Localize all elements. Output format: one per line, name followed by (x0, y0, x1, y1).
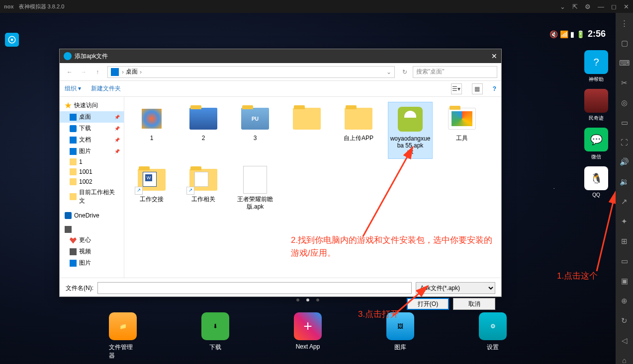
tool-folder-icon[interactable]: ▭ (620, 118, 630, 127)
sidebar-folder-1002[interactable]: 1002 (60, 177, 124, 187)
file-open-dialog: 添加apk文件 ✕ ← → ↑ › 桌面 › ⌄ ↻ 搜索"桌面" 组织 ▾ 新… (59, 49, 502, 297)
tool-location-icon[interactable]: ◎ (620, 98, 630, 107)
file-apk-selected[interactable]: woyaodangxueba 55.apk pk (388, 102, 433, 159)
filename-input[interactable] (97, 282, 412, 294)
breadcrumb-dropdown-icon[interactable]: ⌄ (386, 69, 391, 75)
search-placeholder: 搜索"桌面" (416, 68, 445, 76)
mute-icon: 🔇 (549, 30, 558, 38)
status-time: 2:56 (588, 29, 606, 39)
dock-next-app[interactable]: + Next App (294, 312, 322, 360)
file-folder-handover[interactable]: W↗ 工作交接 (129, 163, 174, 213)
dock-settings[interactable]: ⚙ 设置 (479, 312, 507, 360)
sidebar-documents[interactable]: 文档📌 (60, 134, 124, 146)
tool-shake-icon[interactable]: ✦ (620, 217, 630, 226)
breadcrumb[interactable]: › 桌面 › ⌄ (107, 66, 395, 78)
sidebar-pictures[interactable]: 图片📌 (60, 146, 124, 157)
dock-gallery[interactable]: 🖼 图库 (386, 312, 414, 360)
sidebar-folder-work[interactable]: 目前工作相关文 (60, 187, 124, 207)
maximize-icon[interactable]: ◻ (611, 3, 617, 10)
breadcrumb-text: 桌面 (126, 68, 138, 76)
new-folder-button[interactable]: 新建文件夹 (91, 84, 121, 93)
app-label: 民奇迹 (589, 115, 604, 122)
minimize-icon[interactable]: — (598, 3, 604, 10)
app-label: QQ (592, 192, 600, 198)
annotation-1: 1.点击这个 (557, 270, 598, 282)
view-list-icon[interactable]: ☰▾ (451, 83, 462, 94)
svg-point-1 (11, 39, 13, 41)
sidebar-gx[interactable]: 更心 (60, 234, 124, 246)
dialog-close-icon[interactable]: ✕ (491, 52, 497, 60)
nav-up-icon[interactable]: ↑ (91, 66, 103, 78)
svg-line-4 (597, 192, 616, 271)
tool-back-icon[interactable]: ◁ (620, 336, 630, 345)
dock-label: 下载 (209, 343, 221, 352)
file-folder-3[interactable]: PU 3 (233, 102, 277, 159)
tool-device-icon[interactable]: ▢ (620, 39, 630, 48)
nav-back-icon[interactable]: ← (64, 66, 76, 78)
app-qq[interactable]: 🐧 QQ (584, 166, 608, 198)
battery-icon: 🔋 (576, 30, 585, 38)
tool-scissors-icon[interactable]: ✂ (620, 78, 630, 87)
tool-rotate-icon[interactable]: ↻ (620, 316, 630, 325)
dock: 📁 文件管理器 ⬇ 下载 + Next App 🖼 图库 ⚙ 设置 (109, 312, 507, 360)
tool-share-icon[interactable]: ↗ (620, 197, 630, 206)
organize-menu[interactable]: 组织 ▾ (65, 84, 81, 93)
file-folder-2[interactable]: 2 (181, 102, 226, 159)
cancel-button[interactable]: 取消 (453, 298, 495, 310)
sidebar-folder-1[interactable]: 1 (60, 157, 124, 167)
close-icon[interactable]: ✕ (624, 3, 629, 10)
app-wechat[interactable]: 💬 微信 (584, 128, 608, 160)
sidebar-onedrive[interactable]: OneDrive (60, 211, 124, 220)
tool-volume-down-icon[interactable]: 🔉 (620, 177, 630, 186)
sidebar-downloads[interactable]: 下载📌 (60, 123, 124, 134)
dock-label: 设置 (487, 343, 499, 352)
file-list: 1 2 PU 3 自上传APP (124, 97, 501, 278)
help-icon[interactable]: ? (493, 85, 496, 92)
tool-volume-up-icon[interactable]: 🔊 (620, 157, 630, 166)
dock-label: Next App (296, 343, 320, 350)
tool-record-icon[interactable]: ▭ (620, 257, 630, 266)
tool-screenshot-icon[interactable]: ⊞ (620, 237, 630, 246)
nav-forward-icon[interactable]: → (78, 66, 90, 78)
app-helper[interactable]: ? 神帮助 (584, 50, 608, 83)
tool-fullscreen-icon[interactable]: ⛶ (620, 138, 630, 146)
sidebar-video[interactable]: 视频 (60, 246, 124, 257)
dialog-toolbar: 组织 ▾ 新建文件夹 ☰▾ ▦ ? (60, 81, 501, 97)
app-miracle[interactable]: 民奇迹 (584, 89, 608, 122)
refresh-icon[interactable]: ↻ (399, 66, 411, 78)
dropdown-icon[interactable]: ⌄ (560, 3, 565, 10)
sidebar-thispc[interactable] (60, 224, 124, 234)
view-grid-icon[interactable]: ▦ (472, 83, 483, 94)
app-logo: nox (4, 3, 14, 9)
app-label: 微信 (591, 153, 601, 160)
sidebar-desktop[interactable]: 桌面📌 (60, 111, 124, 123)
tool-home-icon[interactable]: ⌂ (620, 356, 630, 364)
file-folder-tools[interactable]: 工具 (440, 102, 484, 159)
tool-apk-icon[interactable]: ⊕ (620, 296, 630, 305)
file-folder-work-related[interactable]: ↗ 工作相关 (181, 163, 226, 213)
tool-keyboard-icon[interactable]: ⌨ (620, 59, 630, 68)
file-folder-upload-app[interactable]: 自上传APP (336, 102, 381, 159)
open-button[interactable]: 打开(O) (407, 298, 449, 310)
file-folder-1[interactable]: 1 (129, 102, 174, 159)
filetype-select[interactable]: Apk文件(*.apk) (416, 282, 495, 294)
pin-icon[interactable]: ⇱ (572, 3, 578, 10)
file-folder-4[interactable] (284, 102, 329, 159)
dialog-nav: ← → ↑ › 桌面 › ⌄ ↻ 搜索"桌面" (60, 63, 501, 81)
search-input[interactable]: 搜索"桌面" (413, 66, 497, 78)
tool-multi-icon[interactable]: ▣ (620, 277, 630, 286)
sidebar-pictures2[interactable]: 图片 (60, 257, 124, 269)
dock-label: 文件管理器 (109, 343, 137, 360)
emulator-screen: 🔇 📶 ▮ 🔋 2:56 ? 神帮助 民奇迹 💬 微信 🐧 QQ (0, 13, 616, 364)
dock-download[interactable]: ⬇ 下载 (201, 312, 229, 360)
dialog-titlebar: 添加apk文件 ✕ (60, 49, 501, 63)
desktop-icon (111, 68, 119, 76)
tool-more-icon[interactable]: ⋮ (620, 19, 630, 28)
nox-badge-icon (5, 33, 19, 47)
gear-icon[interactable]: ⚙ (585, 3, 591, 10)
file-apk-wangzhe[interactable]: 王者荣耀前瞻版.apk (233, 163, 277, 213)
sidebar-quick-access[interactable]: 快速访问 (60, 100, 124, 111)
dialog-footer: 文件名(N): Apk文件(*.apk) 打开(O) 取消 (60, 278, 501, 314)
dock-file-manager[interactable]: 📁 文件管理器 (109, 312, 137, 360)
sidebar-folder-1001[interactable]: 1001 (60, 167, 124, 177)
